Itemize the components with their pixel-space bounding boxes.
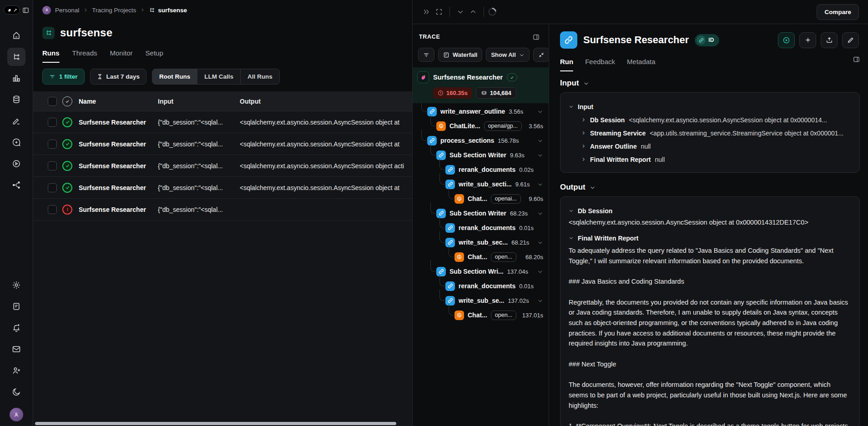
- tab-threads[interactable]: Threads: [72, 49, 97, 63]
- horizontal-scrollbar[interactable]: [35, 422, 396, 425]
- trace-node[interactable]: Sub Section Wri...137.04s: [413, 264, 549, 279]
- sidebar-item-home-icon[interactable]: [7, 26, 25, 45]
- sidebar-item-inbox-icon[interactable]: [7, 340, 25, 358]
- fullscreen-icon[interactable]: [433, 5, 445, 18]
- trace-node[interactable]: Chat...open...137.01s: [413, 308, 549, 322]
- trace-node[interactable]: Sub Section Writer68.23s: [413, 206, 549, 221]
- output-section-header[interactable]: Output: [560, 183, 860, 192]
- breadcrumb-personal[interactable]: Personal: [55, 7, 79, 14]
- trace-node[interactable]: write_sub_sec...68.21s: [413, 235, 549, 250]
- chevron-down-icon[interactable]: [537, 181, 543, 187]
- sidebar-item-deployments-icon[interactable]: [7, 176, 25, 194]
- input-field-row[interactable]: Answer Outlinenull: [581, 140, 851, 153]
- trace-node[interactable]: ChatLite...openai/gp...3.56s: [413, 119, 549, 133]
- llm-icon: [454, 252, 464, 262]
- run-name-cell: Surfsense Researcher: [78, 206, 158, 213]
- trace-node[interactable]: write_sub_secti...9.61s: [413, 177, 549, 191]
- sidebar-item-prompts-icon[interactable]: [7, 133, 25, 151]
- segment-llm-calls[interactable]: LLM Calls: [197, 69, 240, 84]
- input-field-row[interactable]: Final Written Reportnull: [581, 153, 851, 166]
- sidebar-item-notifications-icon[interactable]: [7, 319, 25, 337]
- chevron-down-icon[interactable]: [537, 152, 543, 158]
- row-checkbox[interactable]: [48, 205, 57, 214]
- breadcrumb-current[interactable]: surfsense: [149, 7, 187, 14]
- report-paragraph: ### Next Toggle: [569, 359, 851, 370]
- sidebar-item-playground-icon[interactable]: [7, 155, 25, 173]
- row-checkbox[interactable]: [48, 140, 57, 149]
- input-section-header[interactable]: Input: [560, 79, 860, 88]
- trace-node[interactable]: write_sub_se...137.02s: [413, 293, 549, 308]
- share-button[interactable]: [821, 32, 838, 48]
- chevron-down-icon[interactable]: [537, 298, 543, 304]
- detail-tab-feedback[interactable]: Feedback: [585, 58, 615, 71]
- trace-node[interactable]: rerank_documents0.01s: [413, 279, 549, 293]
- collapse-sidebar-icon[interactable]: [22, 7, 29, 14]
- compare-button[interactable]: Compare: [817, 4, 859, 20]
- chevron-down-icon[interactable]: [537, 109, 543, 115]
- sidebar-item-dark-mode-icon[interactable]: [7, 383, 25, 401]
- input-field-row[interactable]: Db Session<sqlalchemy.ext.asyncio.sessio…: [581, 113, 851, 126]
- collapse-panel-icon[interactable]: [420, 5, 433, 18]
- sidebar-item-docs-icon[interactable]: [7, 297, 25, 316]
- sidebar-item-datasets-icon[interactable]: [7, 90, 25, 109]
- collapse-all-button[interactable]: [533, 48, 549, 62]
- table-row[interactable]: Surfsense Researcher{"db_session":"<sqla…: [33, 133, 412, 155]
- table-row[interactable]: Surfsense Researcher{"db_session":"<sqla…: [33, 177, 412, 199]
- segment-root-runs[interactable]: Root Runs: [152, 69, 197, 84]
- runs-panel: Personal Tracing Projects surfsense surf…: [33, 0, 413, 426]
- column-name[interactable]: Name: [78, 98, 158, 105]
- next-run-chevron-up-icon[interactable]: [467, 5, 479, 18]
- output-final-report-row[interactable]: Final Written Report: [569, 231, 851, 245]
- chevron-down-icon[interactable]: [537, 269, 543, 275]
- tab-setup[interactable]: Setup: [146, 49, 163, 63]
- breadcrumb-tracing-projects[interactable]: Tracing Projects: [92, 7, 136, 14]
- waterfall-button[interactable]: Waterfall: [438, 48, 482, 62]
- chevron-down-icon[interactable]: [537, 210, 543, 216]
- trace-node[interactable]: rerank_documents0.01s: [413, 221, 549, 235]
- input-field-row[interactable]: Streaming Service<app.utils.streaming_se…: [581, 126, 851, 140]
- column-output[interactable]: Output: [240, 98, 412, 105]
- select-all-checkbox[interactable]: [48, 97, 57, 106]
- chevron-down-icon[interactable]: [537, 138, 543, 144]
- table-row[interactable]: Surfsense Researcher{"db_session":"<sqla…: [33, 155, 412, 177]
- show-all-dropdown[interactable]: Show All: [486, 48, 529, 62]
- workspace-avatar: [42, 6, 51, 15]
- sidebar-item-tracing-projects-icon[interactable]: [7, 48, 25, 66]
- trace-filter-button[interactable]: [418, 48, 434, 62]
- detail-tab-run[interactable]: Run: [560, 58, 573, 71]
- split-view-icon[interactable]: [530, 30, 542, 43]
- detail-tab-metadata[interactable]: Metadata: [627, 58, 656, 71]
- segment-all-runs[interactable]: All Runs: [240, 69, 279, 84]
- row-checkbox[interactable]: [48, 118, 57, 127]
- output-db-session-row[interactable]: Db Session: [569, 204, 851, 217]
- run-id-pill[interactable]: ID: [695, 34, 719, 46]
- annotate-button[interactable]: [842, 32, 859, 48]
- prev-run-chevron-down-icon[interactable]: [454, 5, 467, 18]
- trace-root-node[interactable]: Surfsense Researcher 160.35s 104,684: [413, 67, 549, 103]
- row-checkbox[interactable]: [48, 183, 57, 192]
- sidebar-item-invite-members-icon[interactable]: [7, 361, 25, 380]
- trace-node-duration: 137.02s: [508, 297, 529, 304]
- langsmith-logo[interactable]: [4, 5, 20, 15]
- table-row[interactable]: Surfsense Researcher{"db_session":"<sqla…: [33, 199, 412, 221]
- open-in-playground-button[interactable]: [778, 32, 795, 48]
- tab-monitor[interactable]: Monitor: [110, 49, 133, 63]
- panel-layout-icon[interactable]: [853, 56, 860, 65]
- user-avatar[interactable]: [10, 408, 23, 421]
- add-to-dataset-button[interactable]: [799, 32, 816, 48]
- status-column-icon: [62, 96, 72, 106]
- sidebar-item-settings-icon[interactable]: [7, 276, 25, 294]
- run-name-cell: Surfsense Researcher: [78, 119, 158, 126]
- tab-runs[interactable]: Runs: [42, 49, 60, 63]
- trace-node[interactable]: Sub Section Writer9.63s: [413, 148, 549, 162]
- chevron-down-icon[interactable]: [537, 240, 543, 246]
- date-range-button[interactable]: Last 7 days: [90, 69, 147, 85]
- sidebar-item-annotation-queues-icon[interactable]: [7, 112, 25, 130]
- filter-count-button[interactable]: 1 filter: [42, 69, 85, 85]
- input-root-row[interactable]: Input: [569, 100, 851, 113]
- sidebar-item-monitoring-icon[interactable]: [7, 69, 25, 87]
- row-checkbox[interactable]: [48, 161, 57, 170]
- trace-node[interactable]: rerank_documents0.02s: [413, 162, 549, 177]
- column-input[interactable]: Input: [158, 98, 240, 105]
- table-row[interactable]: Surfsense Researcher{"db_session":"<sqla…: [33, 111, 412, 133]
